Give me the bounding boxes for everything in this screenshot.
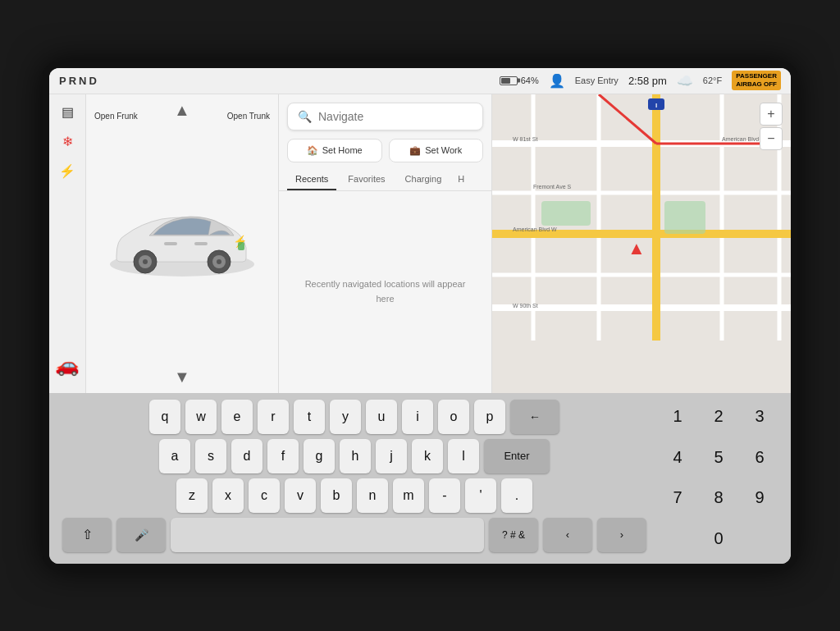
nav-shortcuts: 🏠 Set Home 💼 Set Work xyxy=(279,139,491,162)
set-work-label: Set Work xyxy=(425,145,462,155)
num-9[interactable]: 9 xyxy=(742,481,778,515)
map-zoom-out[interactable]: − xyxy=(760,127,783,150)
map-zoom-in[interactable]: + xyxy=(760,103,783,126)
key-v[interactable]: v xyxy=(285,478,316,513)
num-5[interactable]: 5 xyxy=(701,440,737,474)
nav-tabs: Recents Favorites Charging H xyxy=(279,169,491,191)
lights-icon[interactable]: ▤ xyxy=(56,101,79,124)
key-b[interactable]: b xyxy=(321,478,352,513)
map-panel[interactable]: I ▲ W 81st St American Blvd W W 90th St … xyxy=(492,94,791,393)
fan-icon[interactable]: ❄ xyxy=(56,130,79,153)
key-z[interactable]: z xyxy=(176,478,208,513)
key-dash[interactable]: - xyxy=(429,478,460,513)
key-backspace[interactable]: ← xyxy=(510,400,559,434)
num-0[interactable]: 0 xyxy=(701,521,737,556)
key-s[interactable]: s xyxy=(195,439,226,473)
num-7[interactable]: 7 xyxy=(660,481,696,515)
open-frunk-button[interactable]: Open Frunk xyxy=(94,111,138,122)
svg-text:W 81st St: W 81st St xyxy=(513,136,537,142)
num-empty xyxy=(660,521,696,556)
key-period[interactable]: . xyxy=(501,478,532,513)
key-w[interactable]: w xyxy=(185,400,217,434)
center-panel: 🔍 🏠 Set Home 💼 Set Work Rece xyxy=(279,94,492,393)
key-g[interactable]: g xyxy=(304,439,335,473)
key-u[interactable]: u xyxy=(366,400,397,434)
key-e[interactable]: e xyxy=(221,400,253,434)
svg-rect-7 xyxy=(164,242,177,245)
svg-text:American Blvd: American Blvd xyxy=(722,136,759,142)
battery-percent: 64% xyxy=(521,75,539,85)
tab-charging[interactable]: Charging xyxy=(397,169,450,190)
key-p[interactable]: p xyxy=(474,400,505,434)
num-6[interactable]: 6 xyxy=(742,440,778,474)
set-work-button[interactable]: 💼 Set Work xyxy=(389,139,484,162)
key-c[interactable]: c xyxy=(249,478,280,513)
key-k[interactable]: k xyxy=(412,439,443,473)
screen: PRND 64% 👤 Easy Entry 2:58 pm ☁️ 62°F PA… xyxy=(49,68,791,564)
svg-text:▲: ▲ xyxy=(628,238,646,258)
key-right-arrow[interactable]: › xyxy=(597,518,646,552)
tab-more[interactable]: H xyxy=(453,169,469,190)
tab-recents[interactable]: Recents xyxy=(287,169,336,190)
svg-rect-28 xyxy=(541,201,591,226)
key-n[interactable]: n xyxy=(357,478,388,513)
tab-favorites[interactable]: Favorites xyxy=(340,169,393,190)
keyboard-area: q w e r t y u i o p ← a s d f xyxy=(49,393,791,564)
key-x[interactable]: x xyxy=(212,478,244,513)
key-left-arrow[interactable]: ‹ xyxy=(543,518,592,552)
car-main-area: ▲ Open Frunk Open Trunk xyxy=(86,94,278,393)
status-right: 64% 👤 Easy Entry 2:58 pm ☁️ 62°F PASSENG… xyxy=(500,71,781,91)
left-panel-inner: ▤ ❄ ⚡ 🚗 ▲ Open Frunk Open Trunk xyxy=(49,94,278,393)
key-symbols[interactable]: ? # & xyxy=(489,518,538,552)
map-visualization: I ▲ W 81st St American Blvd W W 90th St … xyxy=(492,94,791,393)
kb-row-3: z x c v b n m - ' . xyxy=(62,478,646,513)
set-home-button[interactable]: 🏠 Set Home xyxy=(287,139,382,162)
num-2[interactable]: 2 xyxy=(701,400,737,434)
nav-search-bar[interactable]: 🔍 xyxy=(287,103,483,130)
scroll-down-arrow[interactable]: ▼ xyxy=(174,368,190,386)
car-illustration: ⚡ xyxy=(100,194,264,293)
num-1[interactable]: 1 xyxy=(660,400,696,434)
num-4[interactable]: 4 xyxy=(660,440,696,474)
key-mic[interactable]: 🎤 xyxy=(116,518,166,552)
time-display: 2:58 pm xyxy=(628,75,667,87)
key-space[interactable] xyxy=(171,518,484,552)
key-a[interactable]: a xyxy=(159,439,190,473)
num-3[interactable]: 3 xyxy=(742,400,778,434)
num-8[interactable]: 8 xyxy=(701,481,737,515)
key-shift[interactable]: ⇧ xyxy=(62,518,112,552)
battery-icon xyxy=(500,76,518,85)
prnd-display: PRND xyxy=(59,75,99,87)
key-m[interactable]: m xyxy=(393,478,424,513)
key-l[interactable]: l xyxy=(448,439,479,473)
nav-search-input[interactable] xyxy=(318,110,472,123)
car-controls-sidebar: ▤ ❄ ⚡ 🚗 xyxy=(49,94,86,393)
key-o[interactable]: o xyxy=(438,400,469,434)
svg-text:American Blvd W: American Blvd W xyxy=(513,226,557,232)
key-d[interactable]: d xyxy=(231,439,262,473)
svg-rect-10 xyxy=(238,242,244,250)
num-empty2 xyxy=(742,521,778,556)
key-h[interactable]: h xyxy=(340,439,371,473)
svg-text:W 90th St: W 90th St xyxy=(513,303,538,309)
charge-icon[interactable]: ⚡ xyxy=(56,160,79,183)
key-f[interactable]: f xyxy=(267,439,299,473)
key-t[interactable]: t xyxy=(294,400,325,434)
key-i[interactable]: i xyxy=(402,400,433,434)
key-apostrophe[interactable]: ' xyxy=(465,478,496,513)
weather-icon: ☁️ xyxy=(677,73,693,89)
easy-entry-label: 👤 xyxy=(549,73,565,89)
battery-info: 64% xyxy=(500,75,539,85)
kb-bottom-row: ⇧ 🎤 ? # & ‹ › xyxy=(62,518,646,552)
key-j[interactable]: j xyxy=(376,439,407,473)
key-q[interactable]: q xyxy=(149,400,180,434)
work-icon: 💼 xyxy=(409,145,421,156)
easy-entry-text: Easy Entry xyxy=(575,75,619,85)
key-enter[interactable]: Enter xyxy=(484,439,550,473)
open-trunk-button[interactable]: Open Trunk xyxy=(227,111,270,122)
key-r[interactable]: r xyxy=(258,400,289,434)
recents-empty-message: Recently navigated locations will appear… xyxy=(295,277,475,306)
map-controls: + − xyxy=(760,103,783,150)
key-y[interactable]: y xyxy=(330,400,361,434)
car-top-view-icon[interactable]: 🚗 xyxy=(56,354,79,377)
